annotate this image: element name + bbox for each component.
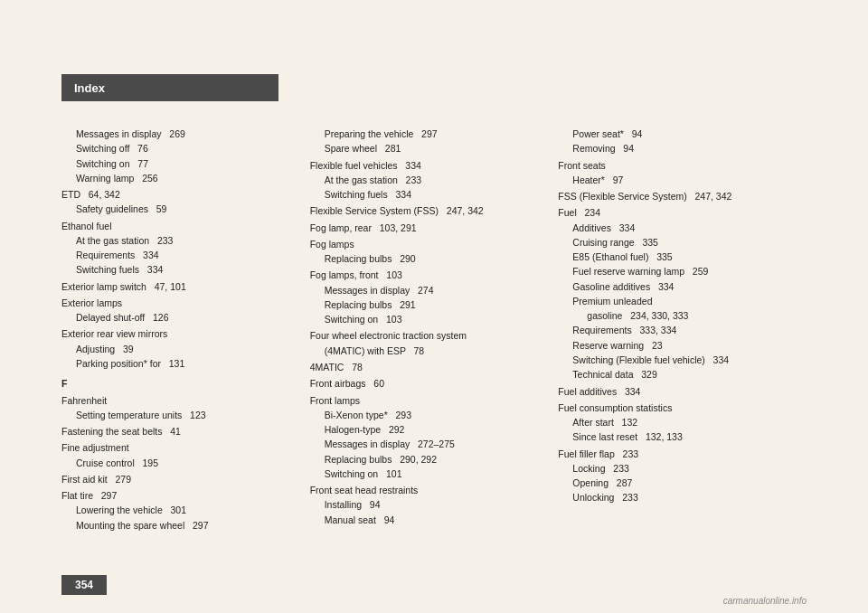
list-item: Lowering the vehicle 301: [61, 503, 301, 517]
list-item: Switching on 77: [61, 156, 301, 171]
list-item: Opening 287: [558, 476, 797, 490]
list-item: Setting temperature units 123: [61, 408, 301, 422]
page-number: 354: [75, 579, 93, 591]
list-item: E85 (Ethanol fuel) 335: [558, 250, 797, 264]
list-item: Fuel 234: [558, 205, 797, 220]
list-item: Gasoline additives 334: [558, 279, 797, 294]
list-item: Fahrenheit: [61, 393, 301, 408]
list-item: Reserve warning 23: [558, 338, 797, 353]
list-item: Fog lamps: [310, 237, 550, 251]
list-item: Adjusting 39: [61, 342, 301, 356]
list-item: Replacing bulbs 290: [310, 251, 550, 266]
list-item: (4MATIC) with ESP 78: [310, 344, 550, 358]
list-item: Fuel reserve warning lamp 259: [558, 264, 797, 278]
list-item: Four wheel electronic traction system: [310, 328, 550, 343]
list-item: Front seat head restraints: [310, 483, 550, 497]
list-item: Power seat* 94: [558, 127, 797, 141]
list-item: Manual seat 94: [310, 513, 550, 527]
list-item: Flexible fuel vehicles 334: [310, 158, 550, 173]
list-item: Flat tire 297: [61, 488, 301, 503]
list-item: Parking position* for 131: [61, 356, 301, 371]
list-item: Unlocking 233: [558, 490, 797, 505]
list-item: Requirements 334: [61, 248, 301, 262]
list-item: Cruise control 195: [61, 456, 301, 470]
list-item: Fog lamps, front 103: [310, 268, 550, 282]
list-item: FSS (Flexible Service System) 247, 342: [558, 189, 797, 203]
list-item: Switching fuels 334: [61, 262, 301, 277]
header-title: Index: [74, 81, 105, 95]
list-item: Switching fuels 334: [310, 187, 550, 202]
watermark: carmanualonline.info: [723, 596, 807, 606]
list-item: Front seats: [558, 158, 797, 173]
list-item: gasoline 234, 330, 333: [558, 308, 797, 323]
content-area: Messages in display 269 Switching off 76…: [61, 127, 807, 552]
list-item: Warning lamp 256: [61, 171, 301, 185]
index-column-1: Messages in display 269 Switching off 76…: [61, 127, 310, 552]
list-item: Since last reset 132, 133: [558, 429, 797, 444]
list-item: Messages in display 272–275: [310, 437, 550, 451]
list-item: Messages in display 274: [310, 283, 550, 297]
list-item: Fuel consumption statistics: [558, 401, 797, 415]
page-container: Index Messages in display 269 Switching …: [0, 0, 868, 613]
list-item: Delayed shut-off 126: [61, 310, 301, 325]
list-item: Fuel filler flap 233: [558, 447, 797, 461]
list-item: Safety guidelines 59: [61, 202, 301, 216]
list-item: First aid kit 279: [61, 472, 301, 486]
list-item: At the gas station 233: [310, 173, 550, 187]
list-item: Fine adjustment: [61, 440, 301, 455]
list-item: Premium unleaded: [558, 294, 797, 308]
list-item: Exterior lamps: [61, 296, 301, 310]
list-item: ETD 64, 342: [61, 187, 301, 202]
list-item: Cruising range 335: [558, 235, 797, 250]
list-item: Preparing the vehicle 297: [310, 127, 550, 141]
list-item: Halogen-type 292: [310, 422, 550, 437]
list-item: Replacing bulbs 290, 292: [310, 452, 550, 467]
list-item: After start 132: [558, 415, 797, 429]
list-item: Exterior rear view mirrors: [61, 326, 301, 341]
list-item: Fuel additives 334: [558, 384, 797, 399]
list-item: Bi-Xenon type* 293: [310, 408, 550, 422]
index-column-2: Preparing the vehicle 297 Spare wheel 28…: [310, 127, 559, 552]
list-item: Switching (Flexible fuel vehicle) 334: [558, 353, 797, 367]
list-item: Exterior lamp switch 47, 101: [61, 279, 301, 294]
list-item: Front lamps: [310, 393, 550, 408]
list-item: Removing 94: [558, 141, 797, 156]
list-item: Fastening the seat belts 41: [61, 424, 301, 439]
list-item: Flexible Service System (FSS) 247, 342: [310, 203, 550, 218]
list-item: Fog lamp, rear 103, 291: [310, 221, 550, 235]
section-letter-f: F: [61, 376, 301, 391]
header-bar: Index: [61, 74, 278, 101]
list-item: Locking 233: [558, 461, 797, 476]
list-item: Switching off 76: [61, 141, 301, 156]
list-item: Mounting the spare wheel 297: [61, 518, 301, 533]
list-item: Ethanol fuel: [61, 219, 301, 233]
list-item: Switching on 101: [310, 467, 550, 481]
list-item: Switching on 103: [310, 312, 550, 326]
list-item: Heater* 97: [558, 173, 797, 187]
list-item: 4MATIC 78: [310, 360, 550, 374]
list-item: Technical data 329: [558, 367, 797, 382]
list-item: At the gas station 233: [61, 233, 301, 248]
list-item: Replacing bulbs 291: [310, 297, 550, 312]
list-item: Spare wheel 281: [310, 141, 550, 156]
list-item: Front airbags 60: [310, 376, 550, 391]
list-item: Installing 94: [310, 497, 550, 512]
page-number-bar: 354: [61, 575, 107, 595]
index-column-3: Power seat* 94 Removing 94 Front seats H…: [558, 127, 807, 552]
list-item: Additives 334: [558, 221, 797, 235]
list-item: Requirements 333, 334: [558, 323, 797, 337]
list-item: Messages in display 269: [61, 127, 301, 141]
